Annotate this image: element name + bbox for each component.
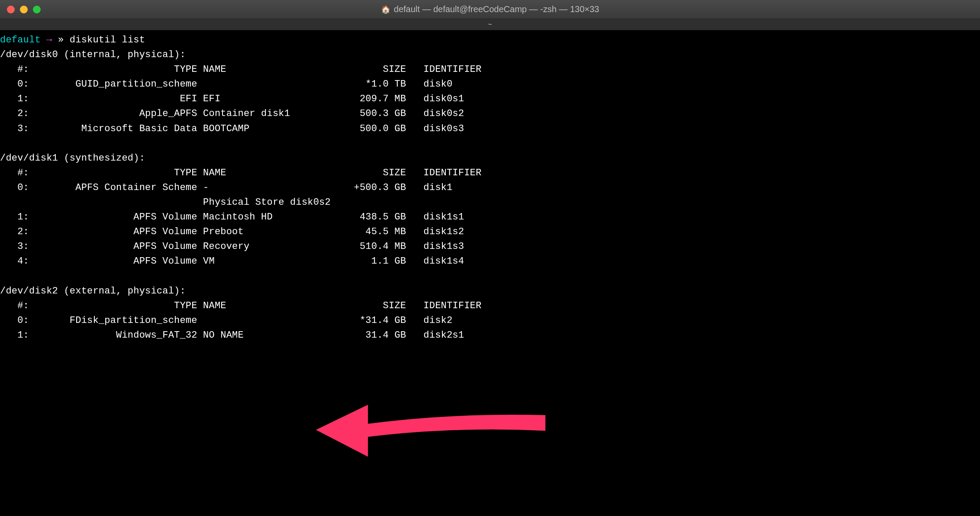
table-row: 0: GUID_partition_scheme *1.0 TB disk0 (0, 79, 452, 90)
table-row: 1: APFS Volume Macintosh HD 438.5 GB dis… (0, 212, 464, 223)
terminal-output[interactable]: default → » diskutil list /dev/disk0 (in… (0, 30, 980, 343)
home-icon: 🏠 (381, 5, 390, 14)
disk2-columns-header: #: TYPE NAME SIZE IDENTIFIER (0, 300, 481, 311)
table-row: 0: APFS Container Scheme - +500.3 GB dis… (0, 182, 452, 193)
table-row: 0: FDisk_partition_scheme *31.4 GB disk2 (0, 315, 452, 326)
disk0-device: /dev/disk0 (internal, physical): (0, 49, 186, 60)
arrow-annotation-icon (303, 387, 563, 465)
disk1-device: /dev/disk1 (synthesized): (0, 153, 145, 164)
table-row: 1: EFI EFI 209.7 MB disk0s1 (0, 94, 464, 104)
tab-label[interactable]: ~ (488, 21, 492, 29)
window-titlebar: 🏠 default — default@freeCodeCamp — -zsh … (0, 0, 980, 19)
table-row: 3: APFS Volume Recovery 510.4 MB disk1s3 (0, 241, 464, 252)
window-title: 🏠 default — default@freeCodeCamp — -zsh … (381, 4, 599, 14)
table-row: Physical Store disk0s2 (0, 197, 423, 208)
table-row: 1: Windows_FAT_32 NO NAME 31.4 GB disk2s… (0, 330, 464, 341)
table-row: 2: APFS Volume Preboot 45.5 MB disk1s2 (0, 226, 464, 237)
prompt-user: default (0, 35, 41, 45)
window-title-text: default — default@freeCodeCamp — -zsh — … (394, 4, 599, 14)
prompt-chevron-icon: » (58, 35, 64, 45)
table-row: 4: APFS Volume VM 1.1 GB disk1s4 (0, 256, 464, 267)
zoom-window-button[interactable] (33, 6, 41, 13)
prompt-arrow-icon: → (46, 35, 52, 45)
close-window-button[interactable] (7, 6, 15, 13)
table-row: 3: Microsoft Basic Data BOOTCAMP 500.0 G… (0, 123, 464, 134)
table-row: 2: Apple_APFS Container disk1 500.3 GB d… (0, 108, 464, 119)
disk2-device: /dev/disk2 (external, physical): (0, 286, 186, 297)
disk0-columns-header: #: TYPE NAME SIZE IDENTIFIER (0, 64, 481, 75)
disk1-columns-header: #: TYPE NAME SIZE IDENTIFIER (0, 168, 481, 178)
tab-bar: ~ (0, 19, 980, 30)
minimize-window-button[interactable] (20, 6, 28, 13)
window-controls (0, 6, 41, 13)
command-text: diskutil list (70, 35, 145, 45)
